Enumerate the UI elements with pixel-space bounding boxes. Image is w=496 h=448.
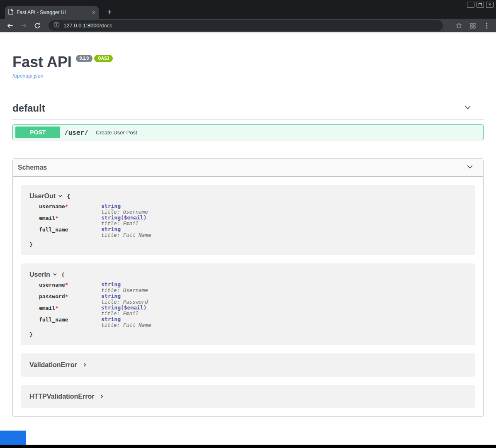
address-bar[interactable]: 127.0.0.1:8000/docs: [49, 20, 443, 31]
property-title: title: Full_Name: [101, 322, 151, 328]
tag-label: default: [12, 102, 45, 114]
property-row: full_name string title: Full_Name: [39, 317, 467, 328]
swagger-page: Fast API0.1.0OAS3 /openapi.json default …: [0, 32, 496, 431]
post-user-endpoint[interactable]: POST /user/ Create User Post: [12, 124, 484, 140]
chevron-down-icon[interactable]: [53, 271, 57, 278]
required-star: *: [55, 305, 58, 311]
brace-open: {: [67, 193, 70, 200]
method-badge: POST: [15, 127, 60, 138]
tab-close-icon[interactable]: ×: [92, 10, 95, 15]
site-info-icon[interactable]: [53, 22, 60, 29]
schemas-body: UserOut { username* string title: Userna…: [13, 177, 483, 416]
model-title: HTTPValidationError: [29, 393, 94, 400]
property-type: string: [101, 316, 121, 322]
property-name: username: [39, 203, 65, 209]
required-star: *: [65, 203, 68, 209]
schema-model-userout: UserOut { username* string title: Userna…: [21, 185, 475, 255]
chevron-right-icon: [83, 361, 87, 369]
property-row: password* string title: Password: [39, 293, 467, 305]
property-type: string: [101, 293, 121, 299]
reload-icon[interactable]: [33, 22, 41, 30]
oas3-badge: OAS3: [94, 55, 113, 62]
extensions-icon[interactable]: [469, 22, 477, 30]
required-star: *: [65, 293, 68, 299]
document-icon: [8, 9, 13, 16]
endpoint-summary: Create User Post: [96, 129, 137, 136]
required-star: *: [65, 282, 68, 288]
schemas-header[interactable]: Schemas: [13, 159, 483, 177]
window-titlebar: ✕ Fast API - Swagger UI × +: [0, 0, 496, 19]
maximize-icon: [479, 3, 482, 6]
property-row: username* string title: Username: [39, 203, 467, 215]
chevron-down-icon[interactable]: [58, 192, 63, 200]
url-path: /docs: [100, 22, 112, 29]
url-host: 127.0.0.1:8000: [63, 22, 100, 29]
property-row: email* string($email) title: Email: [39, 305, 467, 317]
property-type: string: [101, 226, 121, 232]
property-type: string: [101, 304, 121, 311]
window-controls: ✕: [467, 2, 494, 8]
schema-model-userin: UserIn { username* string title: Usernam…: [21, 263, 475, 345]
endpoint-path: /user/: [64, 129, 88, 136]
property-name: password: [39, 293, 65, 299]
model-title[interactable]: UserIn: [29, 271, 50, 278]
schemas-section: Schemas UserOut {: [12, 158, 484, 417]
property-type: string: [101, 214, 121, 221]
chevron-right-icon: [100, 393, 104, 400]
chevron-down-icon[interactable]: [466, 163, 474, 173]
bookmark-star-icon[interactable]: [455, 22, 463, 30]
property-row: full_name string title: Full_Name: [39, 226, 467, 238]
browser-toolbar: 127.0.0.1:8000/docs ⋮: [0, 19, 496, 32]
property-name: full_name: [39, 226, 68, 233]
property-row: email* string($email) title: Email: [39, 215, 467, 226]
property-name: email: [39, 305, 55, 311]
forward-icon[interactable]: [19, 22, 28, 30]
bottom-black-bar: [0, 445, 496, 448]
tag-default-header[interactable]: default: [12, 102, 484, 119]
property-format: ($email): [121, 304, 147, 311]
page-title: Fast API0.1.0OAS3: [12, 53, 484, 71]
brace-close: }: [29, 331, 467, 338]
property-format: ($email): [121, 214, 147, 221]
api-info: Fast API0.1.0OAS3 /openapi.json: [12, 32, 484, 79]
api-title-text: Fast API: [12, 54, 72, 71]
tab-title: Fast API - Swagger UI: [17, 10, 89, 15]
url-text: 127.0.0.1:8000/docs: [63, 23, 112, 28]
model-title[interactable]: UserOut: [29, 192, 56, 200]
openapi-json-link[interactable]: /openapi.json: [12, 73, 43, 79]
required-star: *: [55, 215, 58, 221]
bottom-strip: [0, 431, 496, 445]
version-badge: 0.1.0: [76, 55, 92, 62]
property-title: title: Username: [101, 209, 148, 215]
close-button[interactable]: ✕: [486, 2, 494, 8]
new-tab-button[interactable]: +: [105, 7, 114, 17]
maximize-button[interactable]: [477, 2, 484, 8]
schema-model-httpvalidationerror[interactable]: HTTPValidationError: [21, 385, 475, 408]
brace-close: }: [29, 241, 467, 248]
back-icon[interactable]: [6, 22, 14, 30]
property-title: title: Email: [101, 221, 147, 226]
tag-section-default: default POST /user/ Create User Post: [12, 102, 484, 140]
brace-open: {: [61, 272, 65, 278]
property-name: email: [39, 215, 55, 221]
menu-icon[interactable]: ⋮: [483, 22, 491, 30]
property-type: string: [101, 203, 121, 209]
chevron-down-icon[interactable]: [464, 103, 472, 113]
minimize-button[interactable]: [467, 2, 474, 8]
property-row: username* string title: Username: [39, 282, 467, 293]
property-type: string: [101, 281, 121, 287]
property-title: title: Username: [101, 287, 148, 293]
schemas-title: Schemas: [18, 164, 47, 171]
browser-tab[interactable]: Fast API - Swagger UI ×: [5, 6, 99, 19]
property-title: title: Email: [101, 311, 147, 317]
property-title: title: Full_Name: [101, 232, 151, 238]
model-title: ValidationError: [29, 361, 77, 369]
schema-model-validationerror[interactable]: ValidationError: [21, 353, 475, 377]
property-name: full_name: [39, 317, 68, 323]
property-name: username: [39, 282, 65, 288]
blue-highlight-box: [0, 431, 26, 445]
minimize-icon: [469, 6, 472, 6]
property-title: title: Password: [101, 299, 148, 305]
